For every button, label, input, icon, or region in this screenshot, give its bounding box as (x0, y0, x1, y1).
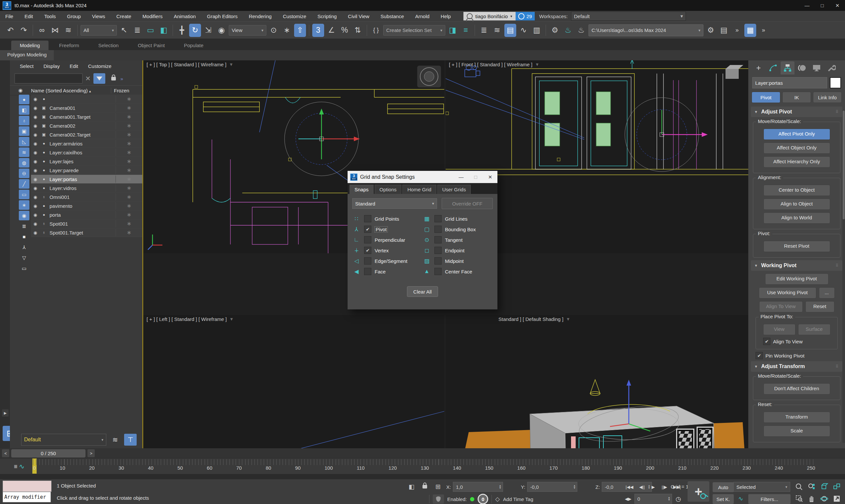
spinner-icons[interactable]: ▲▼ (572, 485, 577, 489)
affect-hierarchy-only-button[interactable]: Affect Hierarchy Only (763, 156, 830, 167)
menu-item[interactable]: Views (92, 14, 105, 19)
undo-button[interactable]: ↶ (5, 24, 17, 37)
checkbox[interactable] (434, 226, 442, 233)
explorer-filter-icon[interactable]: ■ (19, 232, 29, 241)
explorer-filter-icon[interactable]: ∗ (19, 200, 29, 210)
object-name[interactable]: Camera001.Target (48, 114, 116, 120)
checkbox[interactable] (364, 247, 371, 254)
menu-item[interactable]: Substance (381, 14, 404, 19)
frozen-snowflake-icon[interactable]: ∗ (116, 95, 142, 103)
menu-item[interactable]: Customize (283, 14, 306, 19)
set-key-button[interactable]: Set K. (712, 494, 734, 504)
search-input[interactable] (15, 74, 83, 84)
create-tab[interactable]: + (752, 61, 765, 74)
frozen-snowflake-icon[interactable]: ∗ (116, 113, 142, 120)
snap-option-label[interactable]: Perpendicular (375, 237, 405, 243)
lock-icon[interactable] (111, 77, 116, 80)
select-and-rotate-button[interactable]: ↻ (189, 24, 201, 37)
snap-option-label[interactable]: Center Face (445, 269, 472, 274)
select-and-place-button[interactable]: ◉ (215, 24, 227, 37)
table-row[interactable]: ◉ ● Layer:lajes ∗ (31, 157, 142, 166)
checkbox[interactable] (434, 236, 442, 244)
rollout-header[interactable]: ▼ Adjust Transform ⠿ (751, 361, 842, 372)
snap-preset-dropdown[interactable]: Standard ▾ (352, 198, 437, 209)
funnel-icon[interactable]: ▼ (535, 62, 539, 67)
angle-snap-toggle[interactable]: ∠ (325, 24, 337, 37)
checkbox[interactable] (364, 257, 371, 265)
explorer-filter-icon[interactable]: ▭ (19, 264, 29, 273)
override-off-button[interactable]: Override OFF (442, 198, 493, 209)
ribbon-tab[interactable]: Populate (175, 40, 212, 50)
mode-button[interactable]: IK (782, 92, 811, 103)
explorer-preset-dropdown[interactable]: Default ▾ (21, 434, 106, 446)
visibility-eye-icon[interactable]: ◉ (31, 186, 40, 191)
object-name[interactable]: Camera001 (48, 105, 116, 111)
keyboard-shortcut-override-toggle[interactable]: ⇧ (294, 24, 306, 37)
object-name[interactable]: Layer:lajes (48, 159, 116, 164)
default-tangent-button[interactable]: ∿ (735, 494, 746, 504)
snap-option-label[interactable]: Grid Lines (445, 216, 468, 222)
checkbox[interactable] (434, 215, 442, 222)
visibility-eye-icon[interactable]: ◉ (31, 97, 40, 102)
ribbon-tab[interactable]: Object Paint (129, 40, 173, 50)
hierarchy-view-button[interactable]: ⊤ (124, 434, 137, 446)
spinner-icons[interactable]: ▲▼ (497, 485, 503, 489)
viewport-front-label[interactable]: [ + ] [ Front ] [ Standard ] [ Wireframe… (449, 62, 532, 67)
explorer-filter-icon[interactable]: ╱ (19, 179, 29, 189)
viewport-left-label[interactable]: [ + ] [ Left ] [ Standard ] [ Wireframe … (146, 316, 227, 322)
place-pivot-surface-button[interactable]: Surface (798, 324, 830, 335)
explorer-menu-item[interactable]: Customize (88, 63, 111, 69)
selection-lock-toggle[interactable] (420, 482, 430, 491)
mode-button[interactable]: Link Info (813, 92, 842, 103)
toolbar-overflow-chevron2[interactable]: » (758, 24, 770, 37)
dialog-close-button[interactable]: ✕ (483, 171, 497, 183)
maximize-button[interactable]: □ (815, 0, 830, 11)
expand-panel-arrow[interactable]: ▶ (2, 409, 8, 417)
dont-affect-children-button[interactable]: Don't Affect Children (763, 383, 830, 395)
menu-item[interactable]: Scripting (318, 14, 337, 19)
object-color-swatch[interactable] (830, 77, 841, 88)
render-production-button[interactable]: ♨ (575, 24, 587, 37)
time-configuration-button[interactable]: ◷ (673, 494, 683, 504)
funnel-icon[interactable]: ▼ (229, 317, 234, 322)
frozen-snowflake-icon[interactable]: ∗ (116, 140, 142, 147)
edit-named-selection-sets-button[interactable]: { } (370, 24, 382, 37)
rollout-header[interactable]: ▼ Adjust Pivot ⠿ (751, 107, 842, 117)
visibility-eye-icon[interactable]: ◉ (31, 114, 40, 120)
snap-option-label[interactable]: Bounding Box (445, 227, 476, 232)
frozen-snowflake-icon[interactable]: ∗ (116, 166, 142, 174)
visibility-eye-icon[interactable]: ◉ (31, 141, 40, 146)
use-center-button[interactable]: ⊙ (268, 24, 280, 37)
menu-item[interactable]: Civil View (348, 14, 369, 19)
project-folder-dropdown[interactable]: C:\Users\tiago\...os\3ds Max 2024 ▾ (588, 24, 703, 36)
frozen-snowflake-icon[interactable]: ∗ (116, 149, 142, 156)
frozen-snowflake-icon[interactable]: ∗ (116, 176, 142, 183)
rollout-header[interactable]: ▼ Working Pivot ⠿ (751, 260, 842, 271)
explorer-filter-icon[interactable]: ▭ (19, 190, 29, 199)
menu-item[interactable]: Animation (174, 14, 196, 19)
notification-count-pill[interactable]: 0 (478, 494, 488, 504)
curve-editor-button[interactable]: ∿ (517, 24, 529, 37)
selected-set-dropdown[interactable]: Selected ▾ (734, 482, 790, 492)
checkbox[interactable] (756, 352, 763, 359)
minimize-button[interactable]: — (799, 0, 815, 11)
toggle-layer-explorer-button[interactable]: ≋ (491, 24, 503, 37)
explorer-filter-icon[interactable]: ● (19, 95, 29, 104)
next-frame-arrow[interactable]: > (87, 449, 95, 457)
zoom-all-icon[interactable] (806, 482, 817, 492)
isolate-selection-toggle[interactable]: ◧ (407, 482, 417, 491)
viewport-persp-label[interactable]: Standard ] [ Default Shading ] (498, 316, 563, 322)
checkbox[interactable] (434, 257, 442, 265)
zoom-region-icon[interactable] (793, 494, 805, 504)
table-row[interactable]: ◉ ● Layer:portas ∗ (31, 175, 142, 184)
visibility-eye-icon[interactable]: ◉ (31, 123, 40, 128)
spinner-snap-toggle[interactable]: ⇅ (352, 24, 364, 37)
menu-item[interactable]: Arnold (415, 14, 429, 19)
table-row[interactable]: ◉ ▣ Camera002.Target ∗ (31, 130, 142, 139)
hierarchy-tab[interactable] (781, 61, 794, 74)
user-account-menu[interactable]: tiago Bonifácio ▾ (463, 12, 515, 20)
table-row[interactable]: ◉ ♁ Spot001 ∗ (31, 219, 142, 228)
mini-curve-editor-button[interactable]: ≣ ∿ (10, 461, 29, 472)
menu-item[interactable]: Edit (24, 14, 33, 19)
layer-view-button[interactable]: ≋ (109, 434, 122, 446)
